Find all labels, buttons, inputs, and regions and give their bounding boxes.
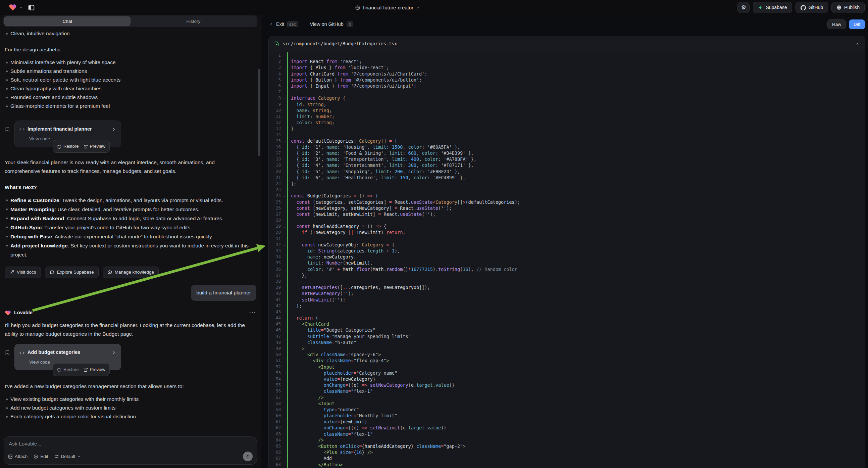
bookmark-icon[interactable] xyxy=(5,124,10,133)
assistant-paragraph: I've added a new budget categories manag… xyxy=(5,382,256,391)
diff-added-bar xyxy=(287,425,288,431)
message-more-menu[interactable]: ··· xyxy=(249,308,256,317)
diff-added-bar xyxy=(287,419,288,425)
diff-added-bar xyxy=(287,83,288,89)
code-line: 55 onChange={(e) => setNewCategory(e.tar… xyxy=(269,382,865,388)
code-line: 10 name: string; xyxy=(269,108,865,114)
whats-next-list: Refine & Customize: Tweak the design, an… xyxy=(5,196,256,259)
code-line: 43 xyxy=(269,309,865,315)
preview-button[interactable]: Preview xyxy=(84,142,105,151)
diff-added-bar xyxy=(287,175,288,181)
project-switcher[interactable]: financial-future-creator xyxy=(355,0,420,15)
added-bullet-list: View existing budget categories with the… xyxy=(5,395,256,421)
list-item: Master Prompting: Use clear, detailed, a… xyxy=(5,205,256,214)
edit-mode-button[interactable]: Edit xyxy=(34,454,48,459)
model-selector[interactable]: Default xyxy=(54,454,81,459)
raw-toggle-button[interactable]: Raw xyxy=(828,20,846,29)
fold-chevron-icon[interactable]: ⌄ xyxy=(282,138,287,144)
diff-added-bar xyxy=(287,193,288,199)
supabase-button[interactable]: Supabase xyxy=(753,2,792,13)
package-icon xyxy=(107,270,112,274)
code-line: 36 color: '#' + Math.floor(Math.random()… xyxy=(269,266,865,272)
manage-knowledge-button[interactable]: Manage knowledge xyxy=(103,267,159,278)
diff-added-bar xyxy=(287,340,288,346)
chat-scrollbar[interactable] xyxy=(258,69,260,156)
restore-button[interactable]: Restore xyxy=(57,142,79,151)
diff-added-bar xyxy=(287,462,288,468)
restore-button[interactable]: Restore xyxy=(57,365,79,374)
code-line: 45 <ChartCard xyxy=(269,321,865,327)
assistant-name: Lovable xyxy=(14,308,33,317)
project-name: financial-future-creator xyxy=(363,5,413,10)
code-line: 67 Add xyxy=(269,455,865,461)
sliders-icon xyxy=(54,454,59,459)
view-on-github-button[interactable]: View on GitHub G xyxy=(310,22,353,27)
diff-added-bar xyxy=(287,449,288,455)
code-line: 57 /> xyxy=(269,394,865,401)
code-panel: Exit ESC View on GitHub G Raw Diff src/c… xyxy=(262,15,868,468)
chevron-right-icon xyxy=(112,124,116,133)
send-button[interactable] xyxy=(243,451,253,461)
diff-added-bar xyxy=(287,217,288,223)
code-line: 21 { id: '6', name: 'Healthcare', limit:… xyxy=(269,175,865,181)
code-line: 58 <Input xyxy=(269,401,865,407)
tab-chat[interactable]: Chat xyxy=(4,17,130,26)
fold-chevron-icon[interactable]: ⌄ xyxy=(282,95,287,101)
chat-input[interactable] xyxy=(9,441,252,451)
code-line: 24⌄const BudgetCategories = () => { xyxy=(269,193,865,199)
diff-added-bar xyxy=(287,346,288,351)
collapse-chevron-up-icon[interactable] xyxy=(855,41,860,46)
target-icon xyxy=(34,454,38,459)
explore-supabase-button[interactable]: Explore Supabase xyxy=(45,267,99,278)
preview-button[interactable]: Preview xyxy=(84,365,105,374)
diff-added-bar xyxy=(287,223,288,229)
fold-chevron-icon[interactable]: ⌄ xyxy=(282,242,287,248)
code-line: 15⌄const defaultCategories: Category[] =… xyxy=(269,138,865,144)
code-line: 47 subtitle="Manage your spending limits… xyxy=(269,333,865,340)
code-line: 42 }; xyxy=(269,303,865,309)
fold-chevron-icon[interactable]: ⌄ xyxy=(282,193,287,199)
code-line: 34 name: newCategory, xyxy=(269,254,865,260)
list-item: Minimalist interface with plenty of whit… xyxy=(5,58,256,67)
diff-added-bar xyxy=(287,205,288,211)
diff-added-bar xyxy=(287,401,288,407)
settings-button[interactable]: ⚙ xyxy=(738,2,750,13)
code-icon xyxy=(20,348,25,356)
version-card-row: Implement financial planner View code Re… xyxy=(5,120,256,154)
diff-added-bar xyxy=(287,297,288,303)
code-line: 40 setNewCategory(''); xyxy=(269,290,865,296)
file-header[interactable]: src/components/budget/BudgetCategories.t… xyxy=(269,36,865,51)
attach-button[interactable]: Attach xyxy=(8,454,28,459)
design-bullet-list: Minimalist interface with plenty of whit… xyxy=(5,58,256,111)
fold-chevron-icon[interactable]: ⌄ xyxy=(282,223,287,229)
g-key-badge: G xyxy=(347,22,353,27)
diff-added-bar xyxy=(287,242,288,248)
diff-added-bar xyxy=(287,278,288,284)
publish-button[interactable]: Publish xyxy=(831,2,865,13)
github-button[interactable]: GitHub xyxy=(796,2,829,13)
exit-button[interactable]: Exit ESC xyxy=(269,22,298,27)
code-line: 25 const [categories, setCategories] = R… xyxy=(269,199,865,205)
diff-added-bar xyxy=(287,187,288,193)
user-message-bubble: build a financial planner xyxy=(191,285,256,301)
logo-chevron-down-icon[interactable] xyxy=(20,4,23,10)
code-line: 59 type="number" xyxy=(269,407,865,413)
diff-added-bar xyxy=(287,156,288,162)
code-line: 50 <div className="space-y-6"> xyxy=(269,351,865,357)
code-line: 32⌄ const newCategoryObj: Category = { xyxy=(269,242,865,248)
chat-message-list[interactable]: Clean, intuitive navigation For the desi… xyxy=(0,28,261,436)
code-line: 4import ChartCard from '@/components/ui/… xyxy=(269,71,865,77)
sidebar-toggle-icon[interactable] xyxy=(28,4,35,11)
code-editor[interactable]: 12import React from 'react';3import { Pl… xyxy=(269,51,865,468)
diff-added-bar xyxy=(287,309,288,315)
list-item: Add project knowledge: Set key context o… xyxy=(5,241,256,259)
file-plus-icon xyxy=(274,40,279,46)
list-item: Refine & Customize: Tweak the design, an… xyxy=(5,196,256,205)
diff-toggle-button[interactable]: Diff xyxy=(849,20,865,29)
chevron-right-icon xyxy=(112,348,116,356)
tab-history[interactable]: History xyxy=(130,17,257,26)
code-line: 29⌄ const handleAddCategory = () => { xyxy=(269,223,865,229)
visit-docs-button[interactable]: Visit docs xyxy=(5,267,41,278)
bookmark-icon[interactable] xyxy=(5,348,10,356)
lovable-logo-heart-icon[interactable] xyxy=(9,3,17,11)
